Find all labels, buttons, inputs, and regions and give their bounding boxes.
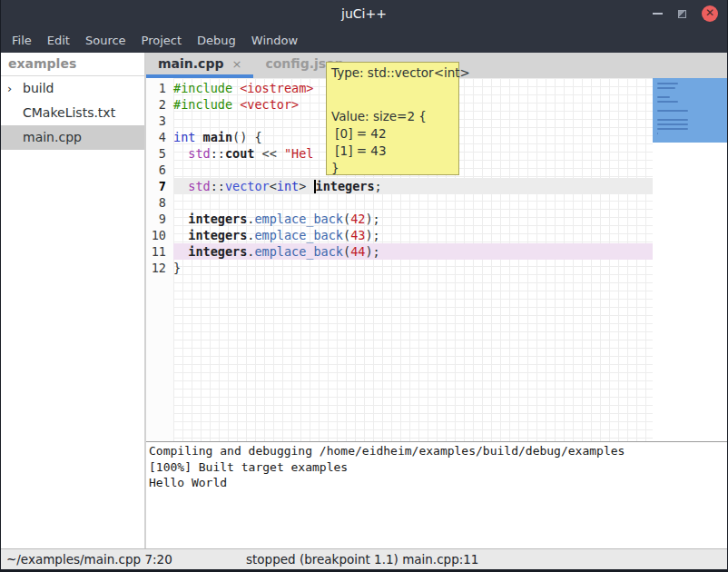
code-token: } xyxy=(173,261,181,275)
file-sidebar: examples ›buildCMakeLists.txtmain.cpp xyxy=(1,53,146,548)
tree-item-cmakelists-txt[interactable]: CMakeLists.txt xyxy=(1,101,144,125)
code-token: #include xyxy=(173,81,240,95)
output-line: [100%] Built target examples xyxy=(149,459,724,476)
code-token: cout xyxy=(225,146,255,161)
tooltip-type-line: Type: std::vector<int> xyxy=(331,64,454,82)
code-token xyxy=(173,228,188,242)
code-line[interactable]: integers.emplace_back(44); xyxy=(173,243,653,260)
code-token: ( xyxy=(343,212,350,226)
code-token: < xyxy=(270,179,277,193)
code-token: integers xyxy=(188,212,247,226)
code-token: emplace_back xyxy=(254,228,343,242)
menu-item-edit[interactable]: Edit xyxy=(45,34,72,47)
code-token xyxy=(173,146,188,161)
code-token: emplace_back xyxy=(254,212,343,226)
tooltip-gap xyxy=(331,82,454,108)
window-title: juCi++ xyxy=(341,6,387,21)
window-controls: ✕ xyxy=(653,0,718,27)
chevron-right-icon[interactable]: › xyxy=(7,76,12,101)
debug-value-tooltip: Type: std::vector<int> Value: size=2 { [… xyxy=(326,62,459,175)
minimap-line xyxy=(657,128,688,130)
code-token: std xyxy=(188,179,210,193)
menu-item-source[interactable]: Source xyxy=(84,34,128,47)
line-number-gutter[interactable]: 123456789101112 xyxy=(146,78,173,441)
code-token xyxy=(173,179,188,193)
output-line: Compiling and debugging /home/eidheim/ex… xyxy=(149,443,724,459)
code-token: << xyxy=(254,146,284,161)
code-token: "Hel xyxy=(284,146,314,161)
code-token: 43 xyxy=(350,228,365,242)
restore-icon[interactable] xyxy=(678,10,686,18)
code-token: ( xyxy=(343,228,350,242)
menu-item-project[interactable]: Project xyxy=(140,34,183,47)
gutter-line-number[interactable]: 6 xyxy=(146,162,173,178)
tree-item-label: main.cpp xyxy=(23,130,82,144)
menu-item-window[interactable]: Window xyxy=(250,34,300,47)
tree-item-build[interactable]: ›build xyxy=(1,76,144,101)
close-icon[interactable]: ✕ xyxy=(702,5,718,22)
gutter-line-number[interactable]: 4 xyxy=(146,129,173,145)
minimap-line xyxy=(657,87,675,89)
tooltip-value-block: Value: size=2 { [0] = 42 [1] = 43} xyxy=(331,108,454,177)
menu-item-debug[interactable]: Debug xyxy=(195,34,238,47)
minimap-slider[interactable] xyxy=(653,78,727,143)
tooltip-value-line: [1] = 43 xyxy=(331,143,454,160)
tooltip-value-line: } xyxy=(331,160,454,177)
code-token: ; xyxy=(375,179,382,193)
statusbar: ~/examples/main.cpp 7:20 stopped (breakp… xyxy=(1,548,727,569)
gutter-line-number[interactable]: 8 xyxy=(146,194,173,211)
code-token: std xyxy=(188,146,210,161)
code-token: int xyxy=(277,179,299,193)
tree-item-main-cpp[interactable]: main.cpp xyxy=(1,125,144,150)
code-token: integers xyxy=(316,179,375,193)
gutter-line-number[interactable]: 11 xyxy=(146,243,173,260)
juci-window: juCi++ ✕ FileEditSourceProjectDebugWindo… xyxy=(0,0,728,572)
code-token: <vector> xyxy=(240,97,299,112)
gutter-line-number[interactable]: 10 xyxy=(146,227,173,243)
code-token: ( xyxy=(343,244,350,259)
status-file-position: ~/examples/main.cpp 7:20 xyxy=(6,552,172,567)
code-token: > xyxy=(299,179,313,193)
main-area: main.cpp×config.json 123456789101112 #in… xyxy=(146,53,727,548)
code-token xyxy=(173,244,188,259)
gutter-line-number[interactable]: 3 xyxy=(146,113,173,129)
minimap-line xyxy=(657,96,670,98)
code-token: emplace_back xyxy=(254,244,343,259)
code-token: ); xyxy=(365,212,379,226)
minimize-icon[interactable] xyxy=(653,13,663,15)
titlebar[interactable]: juCi++ ✕ xyxy=(1,0,727,27)
tab-main-cpp[interactable]: main.cpp× xyxy=(146,53,253,78)
code-line[interactable]: integers.emplace_back(42); xyxy=(173,211,653,227)
gutter-line-number[interactable]: 2 xyxy=(146,96,173,113)
code-token: integers xyxy=(188,228,247,242)
file-tree: ›buildCMakeLists.txtmain.cpp xyxy=(1,76,144,150)
gutter-line-number[interactable]: 5 xyxy=(146,145,173,162)
tooltip-value-line: Value: size=2 { xyxy=(331,108,454,125)
output-line: Hello World xyxy=(149,475,724,491)
tab-label: main.cpp xyxy=(158,56,223,71)
code-token: integers xyxy=(188,244,247,259)
project-name-header: examples xyxy=(1,53,144,76)
code-line[interactable]: } xyxy=(173,260,653,276)
gutter-line-number[interactable]: 1 xyxy=(146,80,173,96)
tab-close-icon[interactable]: × xyxy=(231,57,241,71)
code-token: :: xyxy=(211,179,225,193)
build-output-panel[interactable]: Compiling and debugging /home/eidheim/ex… xyxy=(146,441,727,548)
code-token: #include xyxy=(173,97,240,112)
code-token: :: xyxy=(211,146,225,161)
status-debug-state: stopped (breakpoint 1.1) main.cpp:11 xyxy=(246,552,478,567)
minimap-line xyxy=(657,83,678,84)
minimap[interactable] xyxy=(653,78,727,441)
gutter-line-number[interactable]: 7 xyxy=(146,178,173,194)
code-line[interactable]: integers.emplace_back(43); xyxy=(173,227,653,243)
code-line[interactable] xyxy=(173,194,653,211)
gutter-line-number[interactable]: 12 xyxy=(146,260,173,276)
gutter-line-number[interactable]: 9 xyxy=(146,211,173,227)
code-token: vector xyxy=(225,179,270,193)
code-line[interactable]: std::vector<int> integers; xyxy=(173,178,653,194)
tree-item-label: CMakeLists.txt xyxy=(23,105,115,120)
code-token xyxy=(195,130,202,144)
menu-item-file[interactable]: File xyxy=(10,34,34,47)
code-token: 44 xyxy=(350,244,365,259)
minimap-line xyxy=(657,123,688,125)
